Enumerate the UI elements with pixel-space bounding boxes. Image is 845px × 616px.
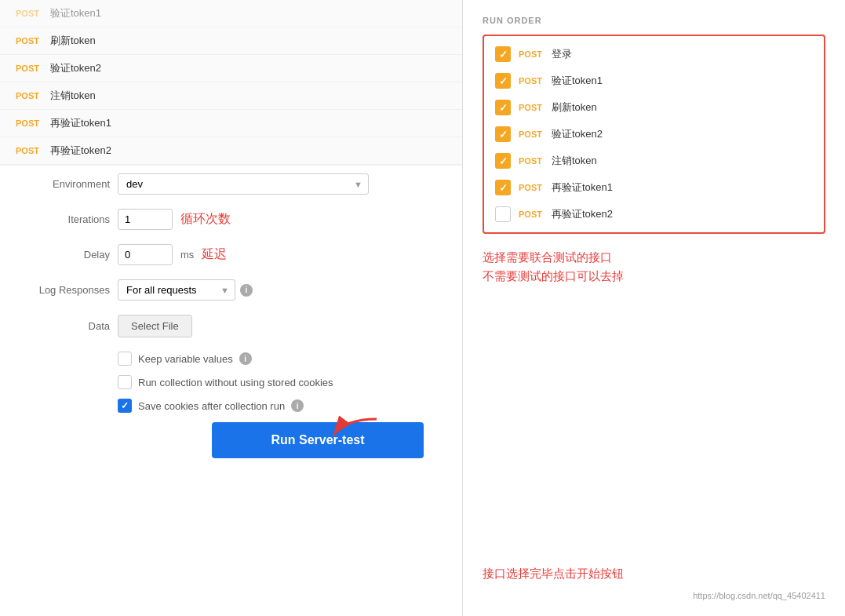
select-file-button[interactable]: Select File [118, 315, 192, 337]
log-info-icon[interactable]: i [240, 284, 253, 297]
annotation1-line2: 不需要测试的接口可以去掉 [483, 267, 825, 286]
request-name: 验证token1 [50, 6, 101, 20]
method-badge: POST [16, 146, 42, 155]
run-order-checkbox-logout[interactable] [495, 153, 511, 169]
run-order-item: POST 验证token2 [484, 121, 824, 148]
method-badge: POST [16, 64, 42, 73]
left-panel: POST 验证token1 POST 刷新token POST 验证token2… [0, 0, 463, 616]
run-collection-button[interactable]: Run Server-test [212, 422, 424, 458]
request-list: POST 验证token1 POST 刷新token POST 验证token2… [0, 0, 462, 166]
save-cookies-label: Save cookies after collection run [138, 400, 285, 412]
keep-variable-checkbox[interactable] [118, 352, 132, 366]
iterations-annotation: 循环次数 [180, 211, 231, 228]
run-order-checkbox-login[interactable] [495, 46, 511, 62]
run-order-name: 再验证token1 [552, 180, 613, 195]
environment-label: Environment [24, 178, 110, 190]
run-order-item: POST 登录 [484, 41, 824, 67]
run-without-cookies-label: Run collection without using stored cook… [138, 377, 333, 388]
form-section: Environment dev ▼ Iterations 循环次数 Delay … [0, 166, 462, 616]
run-order-name: 登录 [552, 47, 572, 61]
run-order-name: 再验证token2 [552, 207, 613, 221]
delay-row: Delay ms 延迟 [24, 244, 439, 265]
run-button-container: Run Server-test [118, 422, 439, 458]
request-name: 再验证token2 [50, 144, 111, 158]
spacer [483, 300, 825, 564]
run-order-name: 验证token2 [552, 127, 603, 141]
run-order-name: 验证token1 [552, 74, 603, 88]
iterations-row: Iterations 循环次数 [24, 209, 439, 230]
run-order-annotation2: 接口选择完毕点击开始按钮 [483, 564, 825, 583]
request-name: 刷新token [50, 34, 96, 48]
list-item: POST 验证token1 [0, 0, 462, 27]
method-badge: POST [16, 118, 42, 128]
run-order-name: 刷新token [552, 100, 597, 115]
run-order-method: POST [519, 76, 544, 86]
run-order-method: POST [519, 156, 544, 166]
save-cookies-checkbox[interactable] [118, 399, 132, 413]
run-order-checkbox-reverify1[interactable] [495, 180, 511, 195]
iterations-label: Iterations [24, 213, 110, 225]
run-order-item: POST 验证token1 [484, 67, 824, 94]
keep-variable-row: Keep variable values i [24, 352, 439, 366]
run-order-method: POST [519, 210, 544, 219]
run-order-name: 注销token [552, 154, 597, 168]
run-order-checkbox-refresh[interactable] [495, 100, 511, 115]
run-order-checkbox-verify2[interactable] [495, 126, 511, 142]
list-item: POST 再验证token2 [0, 137, 462, 165]
red-arrow-annotation [322, 411, 384, 450]
run-order-item: POST 刷新token [484, 94, 824, 121]
method-badge: POST [16, 9, 42, 18]
environment-select[interactable]: dev [118, 173, 369, 195]
save-cookies-info-icon[interactable]: i [291, 399, 304, 412]
run-order-annotation1: 选择需要联合测试的接口 不需要测试的接口可以去掉 [483, 248, 825, 286]
request-name: 再验证token1 [50, 116, 111, 130]
request-name: 验证token2 [50, 61, 101, 75]
list-item: POST 刷新token [0, 27, 462, 55]
run-order-checkbox-reverify2[interactable] [495, 206, 511, 222]
annotation1-line1: 选择需要联合测试的接口 [483, 248, 825, 267]
log-responses-select-wrap: For all requests ▼ i [118, 279, 253, 301]
delay-unit: ms [180, 249, 194, 261]
keep-variable-label: Keep variable values [138, 353, 233, 365]
run-order-checkbox-verify1[interactable] [495, 73, 511, 89]
run-order-method: POST [519, 183, 544, 192]
run-order-method: POST [519, 103, 544, 112]
run-without-cookies-checkbox[interactable] [118, 375, 132, 389]
run-order-item: POST 注销token [484, 148, 824, 174]
log-responses-label: Log Responses [24, 284, 110, 296]
method-badge: POST [16, 91, 42, 100]
log-responses-row: Log Responses For all requests ▼ i [24, 279, 439, 301]
data-label: Data [24, 320, 110, 332]
run-order-item: POST 再验证token1 [484, 174, 824, 201]
request-name: 注销token [50, 89, 96, 103]
credit-text: https://blog.csdn.net/qq_45402411 [483, 583, 825, 600]
delay-annotation: 延迟 [202, 246, 227, 263]
run-order-list: POST 登录 POST 验证token1 POST 刷新token POST … [483, 35, 825, 234]
run-order-method: POST [519, 49, 544, 59]
run-order-method: POST [519, 129, 544, 139]
iterations-input[interactable] [118, 209, 173, 230]
list-item: POST 再验证token1 [0, 110, 462, 137]
environment-row: Environment dev ▼ [24, 173, 439, 195]
environment-select-wrap: dev ▼ [118, 173, 369, 195]
delay-label: Delay [24, 249, 110, 261]
list-item: POST 注销token [0, 82, 462, 110]
run-order-item: POST 再验证token2 [484, 201, 824, 228]
list-item: POST 验证token2 [0, 55, 462, 82]
log-responses-select[interactable]: For all requests [118, 279, 235, 301]
right-panel: RUN ORDER POST 登录 POST 验证token1 POST 刷新t… [463, 0, 845, 616]
run-without-cookies-row: Run collection without using stored cook… [24, 375, 439, 389]
data-row: Data Select File [24, 315, 439, 337]
delay-input[interactable] [118, 244, 173, 265]
keep-variable-info-icon[interactable]: i [239, 352, 252, 365]
run-order-title: RUN ORDER [483, 16, 825, 25]
method-badge: POST [16, 36, 42, 46]
